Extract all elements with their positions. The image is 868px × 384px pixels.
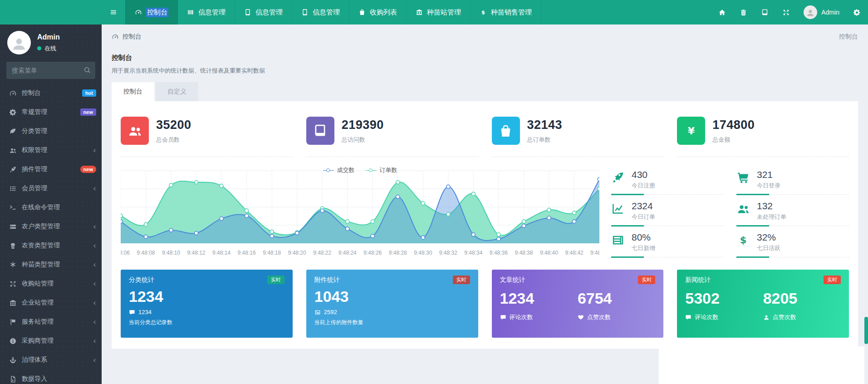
- mini-stat-label: 今日注册: [632, 182, 655, 190]
- tab-0[interactable]: 控制台: [112, 82, 154, 101]
- breadcrumb-right-link[interactable]: 控制台: [839, 33, 858, 41]
- panel-tabs: 控制台自定义: [112, 82, 858, 101]
- stat-card-2: 32143 总订单数: [492, 112, 664, 157]
- mini-stat-2: 2324 今日订单: [611, 199, 724, 226]
- card-value-label: 评论次数: [695, 313, 718, 321]
- navbar-item-label: 信息管理: [255, 8, 283, 17]
- book-button[interactable]: [761, 9, 769, 16]
- stat-icon-box: [492, 117, 520, 145]
- sidebar-item-13[interactable]: 采购商管理‹: [0, 331, 102, 350]
- stat-value: 174800: [712, 118, 755, 132]
- hamburger-icon: [110, 9, 117, 16]
- sidebar-item-label: 控制台: [22, 89, 77, 97]
- breadcrumb-dashboard-link[interactable]: 控制台: [112, 33, 142, 41]
- chevron-left-icon: ‹: [93, 280, 96, 288]
- book-icon: [761, 9, 769, 16]
- user-menu[interactable]: Admin: [804, 5, 839, 19]
- legend-marker-icon: [366, 168, 377, 172]
- card-value: 5302: [685, 290, 763, 307]
- leaf-icon: [9, 128, 17, 135]
- breadcrumb-title: 控制台: [123, 33, 142, 41]
- stat-value: 35200: [156, 118, 191, 132]
- navbar-item-label: 信息管理: [313, 8, 340, 17]
- sidebar-item-2[interactable]: 分类管理: [0, 122, 102, 141]
- sidebar-item-4[interactable]: 插件管理new: [0, 160, 102, 179]
- stat-icon-box: ¥: [677, 117, 705, 145]
- sidebar-item-label: 企业站管理: [22, 299, 88, 307]
- navbar-menu-item-1[interactable]: 信息管理: [178, 0, 235, 25]
- tablet-icon: [244, 9, 251, 16]
- mini-stat-divider: [736, 225, 849, 226]
- x-tick-label: 9:48:30: [414, 250, 432, 256]
- sidebar-item-9[interactable]: 种苗类型管理‹: [0, 255, 102, 274]
- navbar-menu-item-6[interactable]: $种苗销售管理: [471, 0, 541, 25]
- sidebar-item-7[interactable]: 农户类型管理‹: [0, 217, 102, 236]
- users-icon: [128, 123, 142, 138]
- navbar-item-label: 控制台: [146, 8, 168, 17]
- navbar-menu-item-0[interactable]: 控制台: [125, 0, 178, 25]
- tab-1[interactable]: 自定义: [156, 82, 198, 101]
- flag-icon: [9, 318, 17, 326]
- navbar-menu-item-3[interactable]: 信息管理: [292, 0, 349, 25]
- x-tick-label: 9:48:42: [565, 250, 583, 256]
- users-icon: [9, 147, 17, 154]
- stat-value: 32143: [527, 118, 563, 132]
- home-button[interactable]: [718, 9, 726, 16]
- anchor-icon: [9, 356, 17, 364]
- sidebar-item-label: 数据导入: [22, 375, 96, 383]
- mini-stat-divider: [736, 194, 849, 195]
- settings-button[interactable]: [853, 9, 861, 16]
- panel-body: 35200 总会员数 219390 总访问数 32143 总订单数 ¥ 1748…: [112, 101, 858, 349]
- card-value: 1234: [500, 290, 578, 307]
- chevron-left-icon: ‹: [93, 222, 96, 231]
- sidebar-item-label: 治理体系: [22, 356, 88, 364]
- navbar-menu-item-5[interactable]: 种苗站管理: [407, 0, 471, 25]
- sidebar-item-6[interactable]: 在线命令管理: [0, 198, 102, 217]
- mini-stat-divider: [611, 256, 724, 258]
- mini-stat-5: $ 32% 七日活跃: [736, 231, 849, 258]
- legend-item-订单数[interactable]: 订单数: [366, 166, 397, 174]
- realtime-badge: 实时: [638, 276, 655, 284]
- stat-value: 219390: [342, 118, 384, 132]
- mini-stat-value: 430: [632, 169, 655, 180]
- chevron-left-icon: ‹: [93, 184, 96, 192]
- sidebar-item-11[interactable]: 企业站管理‹: [0, 293, 102, 312]
- sidebar-toggle-button[interactable]: [102, 0, 125, 25]
- x-tick-label: 9:48:38: [515, 250, 533, 256]
- page-description: 用于展示当前系统中的统计数据、统计报表及重要实时数据: [112, 67, 858, 75]
- x-tick-label: 9:48:08: [137, 250, 155, 256]
- sidebar-badge: new: [80, 166, 96, 173]
- expand-button[interactable]: [782, 9, 790, 16]
- chart-x-axis: 9:48:069:48:089:48:109:48:129:48:149:48:…: [121, 248, 599, 257]
- image-icon: [314, 309, 321, 315]
- sidebar-item-8[interactable]: 农资类型管理‹: [0, 236, 102, 255]
- sidebar-item-label: 服务站管理: [22, 318, 88, 326]
- search-icon[interactable]: [83, 66, 91, 74]
- sidebar-item-10[interactable]: 收购站管理‹: [0, 274, 102, 293]
- x-tick-label: 9:48:12: [187, 250, 206, 256]
- sidebar-item-14[interactable]: 治理体系‹: [0, 350, 102, 369]
- scrollbar-thumb[interactable]: [864, 317, 868, 344]
- realtime-badge: 实时: [453, 276, 470, 284]
- sidebar-item-5[interactable]: 会员管理‹: [0, 179, 102, 198]
- sidebar-item-label: 会员管理: [22, 184, 88, 192]
- sidebar-item-0[interactable]: 控制台hot: [0, 84, 102, 103]
- sidebar-item-3[interactable]: 权限管理‹: [0, 141, 102, 160]
- trash-button[interactable]: [740, 9, 747, 16]
- mini-stat-value: 2324: [632, 201, 655, 212]
- navbar-menu-item-2[interactable]: 信息管理: [235, 0, 292, 25]
- sidebar-item-15[interactable]: 数据导入: [0, 369, 102, 384]
- sidebar-user-panel: Admin 在线: [0, 25, 102, 61]
- search-input[interactable]: [6, 62, 95, 79]
- info-icon: [9, 337, 17, 345]
- navbar-menu-item-4[interactable]: 收购列表: [349, 0, 407, 25]
- legend-item-成交数[interactable]: 成交数: [323, 166, 355, 174]
- comment-icon: [685, 314, 691, 320]
- sidebar: Admin 在线 控制台hot常规管理new分类管理权限管理‹插件管理new会员…: [0, 25, 102, 384]
- sidebar-item-1[interactable]: 常规管理new: [0, 103, 102, 122]
- avatar[interactable]: [7, 31, 31, 54]
- sidebar-item-label: 分类管理: [22, 127, 96, 135]
- cart-icon: [736, 171, 750, 184]
- sidebar-item-12[interactable]: 服务站管理‹: [0, 312, 102, 331]
- dollar-icon: $: [480, 9, 487, 16]
